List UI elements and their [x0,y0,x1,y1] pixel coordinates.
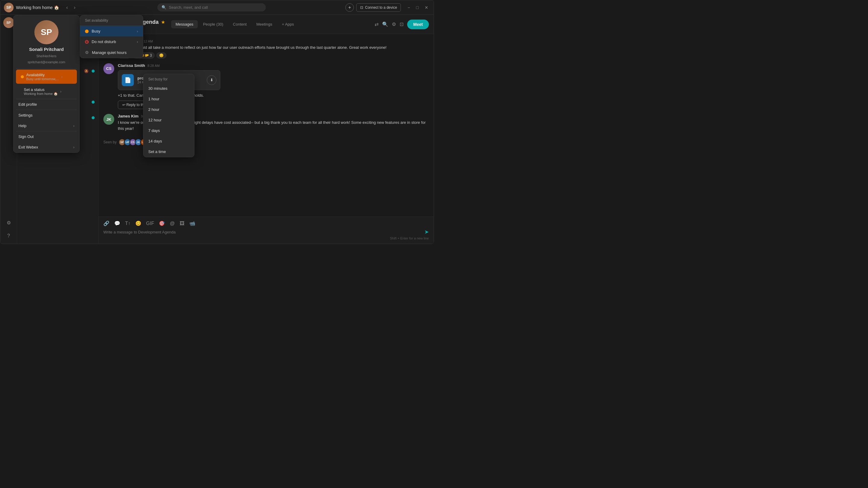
profile-menu-set-status[interactable]: Set a status Working from home 🏠 › [13,84,79,99]
status-text-group: Set a status Working from home 🏠 [24,87,58,96]
profile-menu-edit[interactable]: Edit profile [13,99,79,110]
thread-icon-btn[interactable]: ⇄ [375,22,378,27]
download-button[interactable]: ⬇ [207,75,216,85]
close-button[interactable]: ✕ [423,4,430,11]
attachment-icon-btn[interactable]: 🔗 [103,221,110,226]
avail-item-busy[interactable]: Busy › [80,26,143,36]
profile-menu-availability[interactable]: Availability Busy until tomorrow,... › [16,70,77,84]
chevron-right-icon-exit: › [73,145,74,150]
chevron-right-dnd: › [137,40,138,44]
availability-dot [21,75,24,78]
emoji-icon-btn[interactable]: 😊 [135,221,141,226]
minimize-button[interactable]: − [406,4,412,11]
title-bar-text: Working from home 🏠 [16,5,59,10]
settings-icon-btn-chat[interactable]: ⚙ [392,22,396,27]
connect-device-button[interactable]: ⊡ Connect to a device [356,3,401,12]
input-hint: Shift + Enter for a new line [103,236,429,240]
tab-people[interactable]: People (30) [199,20,227,28]
divider-1 [16,69,77,69]
star-icon[interactable]: ★ [161,19,165,25]
busy-item-30min[interactable]: 30 minutes [144,83,194,94]
maximize-button[interactable]: □ [414,4,421,11]
msg-header-clarissa: Clarissa Smith 8:28 AM [118,63,429,68]
gear-icon-quiet: ⚙ [85,50,89,55]
search-bar: 🔍 [157,3,266,11]
profile-panel: SP Sonali Pritchard She/Her/Hers spritch… [13,15,80,153]
search-icon-btn[interactable]: 🔍 [382,22,388,27]
profile-name: Sonali Pritchard [29,47,64,52]
busy-dot [85,30,89,33]
profile-menu-settings[interactable]: Settings [13,110,79,121]
avail-item-dnd[interactable]: Do not disturb › [80,36,143,47]
busy-menu-header: Set busy for [144,74,194,83]
availability-text-group: Availability Busy until tomorrow,... [26,73,59,81]
mention-icon-btn[interactable]: @ [170,221,175,226]
avail-item-quiet[interactable]: ⚙ Manage quiet hours [80,47,143,58]
user-avatar-icon[interactable]: SP [3,17,14,28]
window-controls: − □ ✕ [406,4,430,11]
input-toolbar: 🔗 💬 T↑ 😊 GIF 🎯 @ 🖼 📹 [103,221,429,226]
message-input-field[interactable] [103,230,422,234]
profile-header: SP Sonali Pritchard She/Her/Hers spritch… [13,15,79,69]
msg-avatar-james: JK [103,114,114,125]
profile-menu-signout[interactable]: Sign Out [13,131,79,142]
settings-icon-btn[interactable]: ⚙ [3,217,14,228]
tab-meetings[interactable]: Meetings [252,20,276,28]
message-group-umar: UP Umar Patel 8:12 AM I think we should … [103,39,429,59]
thread-icon-btn2[interactable]: 💬 [114,221,120,226]
busy-item-2hour[interactable]: 2 hour [144,104,194,115]
forward-button[interactable]: › [71,4,78,11]
msg-avatar-clarissa: CS [103,63,114,74]
meet-button[interactable]: Meet [407,20,429,29]
profile-menu-exit[interactable]: Exit Webex › [13,142,79,153]
connect-icon: ⊡ [360,5,363,10]
message-input-area: 🔗 💬 T↑ 😊 GIF 🎯 @ 🖼 📹 ➤ Shift + Enter for… [98,217,434,244]
reaction-smile[interactable]: 😊 [156,53,166,59]
message-input-row: ➤ [103,229,429,235]
format-icon-btn[interactable]: T↑ [125,221,130,226]
nav-buttons: ‹ › [64,4,78,11]
tab-content[interactable]: Content [229,20,251,28]
back-button[interactable]: ‹ [64,4,70,11]
chat-tabs: Messages People (30) Content Meetings + … [171,20,298,28]
sticker-icon-btn[interactable]: 🎯 [159,221,165,226]
profile-avatar: SP [34,20,59,44]
image-icon-btn[interactable]: 🖼 [180,221,184,226]
title-bar-avatar[interactable]: SP [4,3,13,12]
busy-item-1hour[interactable]: 1 hour [144,94,194,104]
busy-item-14days[interactable]: 14 days [144,136,194,147]
mute-icon: 🔕 [84,69,89,73]
status-spacer [19,90,22,93]
busy-item-12hour[interactable]: 12 hour [144,115,194,125]
search-input[interactable] [169,5,261,10]
app-window: SP Working from home 🏠 ‹ › 🔍 + ⊡ Connect… [0,0,434,244]
tab-messages[interactable]: Messages [171,20,197,28]
msg-content-umar: Umar Patel 8:12 AM I think we should all… [118,39,429,59]
file-icon: 📄 [122,74,134,86]
unread-dot-common-metrics [92,116,95,119]
help-icon-btn[interactable]: ? [3,230,14,241]
tab-apps[interactable]: + Apps [278,20,298,28]
busy-item-set-time[interactable]: Set a time [144,147,194,157]
avail-menu-header: Set availability [80,15,143,26]
screenshare-icon-btn[interactable]: ⊡ [400,22,404,27]
title-bar: SP Working from home 🏠 ‹ › 🔍 + ⊡ Connect… [0,0,434,15]
send-button[interactable]: ➤ [424,229,429,235]
busy-item-7days[interactable]: 7 days [144,125,194,136]
msg-reactions-umar: ❤️ 1 👍🤜🤛 3 😊 [118,53,429,59]
chevron-right-busy: › [137,29,138,33]
chevron-right-icon-help: › [73,124,74,128]
profile-menu-help[interactable]: Help › [13,121,79,131]
video-icon-btn[interactable]: 📹 [189,221,195,226]
unread-dot-marketing [92,70,95,73]
search-icon: 🔍 [161,5,166,10]
availability-submenu: Set availability Busy › Do not disturb ›… [80,15,143,58]
unread-dot-umar [92,101,95,104]
profile-email: spritchard@example.com [28,60,65,64]
gif-icon-btn[interactable]: GIF [146,221,154,226]
add-button[interactable]: + [345,3,354,12]
header-actions: ⇄ 🔍 ⚙ ⊡ Meet [375,20,429,29]
dnd-dot [85,40,89,44]
chevron-right-icon: › [61,75,62,79]
msg-header-umar: Umar Patel 8:12 AM [118,39,429,43]
